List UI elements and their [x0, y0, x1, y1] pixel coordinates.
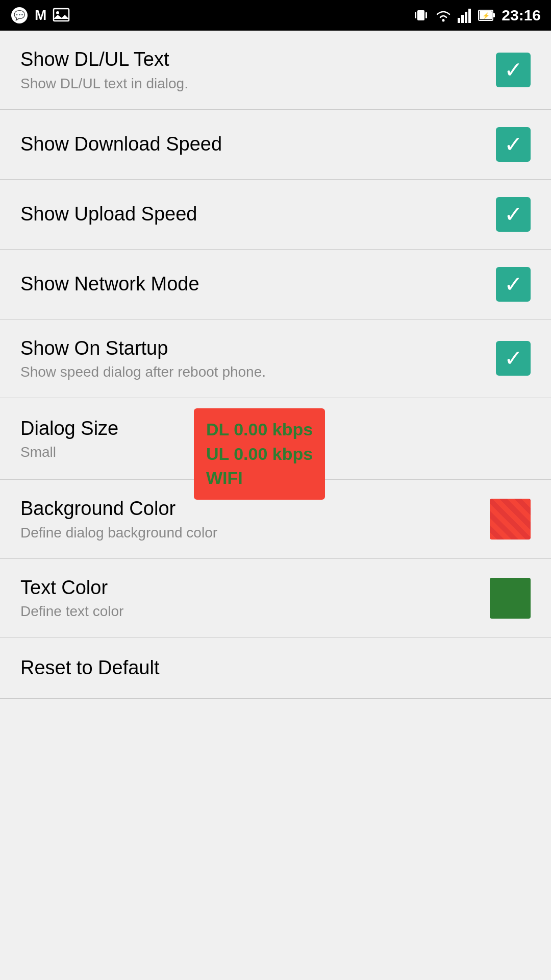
- checkmark-icon: ✓: [504, 203, 523, 226]
- checkmark-icon: ✓: [504, 347, 523, 370]
- svg-rect-2: [54, 9, 69, 21]
- hangouts-icon: 💬: [10, 6, 29, 24]
- background-color-swatch[interactable]: [490, 499, 531, 540]
- checkmark-icon: ✓: [504, 273, 523, 296]
- background-color-title: Background Color: [20, 497, 490, 521]
- setting-show-download-speed[interactable]: Show Download Speed ✓: [0, 110, 551, 180]
- svg-point-7: [442, 19, 445, 22]
- svg-text:💬: 💬: [14, 10, 26, 21]
- battery-icon: ⚡: [478, 8, 496, 23]
- dialog-size-preview: DL 0.00 kbps UL 0.00 kbps WIFI: [194, 408, 325, 500]
- dialog-preview-ul: UL 0.00 kbps: [206, 442, 313, 467]
- checkmark-icon: ✓: [504, 59, 523, 81]
- text-color-subtitle: Define text color: [20, 603, 490, 620]
- text-color-swatch[interactable]: [490, 578, 531, 619]
- show-upload-speed-checkbox[interactable]: ✓: [496, 197, 531, 232]
- setting-dialog-size[interactable]: Dialog Size Small DL 0.00 kbps UL 0.00 k…: [0, 398, 551, 480]
- show-dl-ul-text-checkbox[interactable]: ✓: [496, 53, 531, 87]
- svg-rect-8: [458, 18, 460, 23]
- dialog-preview-wifi: WIFI: [206, 466, 313, 491]
- background-color-subtitle: Define dialog background color: [20, 525, 490, 541]
- svg-rect-4: [417, 10, 424, 20]
- status-bar-left: 💬 M: [10, 6, 70, 24]
- svg-point-3: [56, 11, 59, 14]
- setting-show-network-mode[interactable]: Show Network Mode ✓: [0, 250, 551, 320]
- checkmark-icon: ✓: [504, 133, 523, 156]
- show-on-startup-title: Show On Startup: [20, 337, 496, 360]
- status-bar: 💬 M: [0, 0, 551, 31]
- setting-show-upload-speed[interactable]: Show Upload Speed ✓: [0, 180, 551, 250]
- settings-list: Show DL/UL Text Show DL/UL text in dialo…: [0, 31, 551, 699]
- status-bar-right: ⚡ 23:16: [413, 7, 541, 24]
- setting-show-dl-ul-text[interactable]: Show DL/UL Text Show DL/UL text in dialo…: [0, 31, 551, 110]
- show-on-startup-checkbox[interactable]: ✓: [496, 341, 531, 376]
- show-upload-speed-title: Show Upload Speed: [20, 203, 496, 226]
- show-dl-ul-text-subtitle: Show DL/UL text in dialog.: [20, 76, 496, 92]
- svg-rect-13: [493, 13, 495, 17]
- show-on-startup-subtitle: Show speed dialog after reboot phone.: [20, 364, 496, 380]
- setting-text-color[interactable]: Text Color Define text color: [0, 559, 551, 638]
- vibrate-icon: [413, 7, 429, 23]
- signal-icon: [458, 8, 473, 23]
- svg-rect-11: [468, 9, 471, 23]
- reset-to-default-title: Reset to Default: [20, 656, 531, 680]
- show-network-mode-checkbox[interactable]: ✓: [496, 267, 531, 302]
- svg-rect-9: [461, 15, 464, 23]
- setting-reset-to-default[interactable]: Reset to Default: [0, 638, 551, 699]
- svg-rect-10: [465, 12, 467, 23]
- svg-text:⚡: ⚡: [482, 12, 490, 19]
- text-color-title: Text Color: [20, 576, 490, 600]
- setting-show-on-startup[interactable]: Show On Startup Show speed dialog after …: [0, 320, 551, 399]
- dialog-preview-dl: DL 0.00 kbps: [206, 418, 313, 442]
- svg-rect-5: [415, 12, 416, 18]
- wifi-icon: [434, 8, 453, 23]
- show-download-speed-checkbox[interactable]: ✓: [496, 127, 531, 162]
- show-network-mode-title: Show Network Mode: [20, 273, 496, 296]
- clock: 23:16: [502, 7, 541, 24]
- show-download-speed-title: Show Download Speed: [20, 133, 496, 156]
- show-dl-ul-text-title: Show DL/UL Text: [20, 48, 496, 71]
- image-icon: [53, 7, 70, 24]
- gmail-icon: M: [35, 7, 46, 23]
- svg-rect-6: [425, 12, 427, 18]
